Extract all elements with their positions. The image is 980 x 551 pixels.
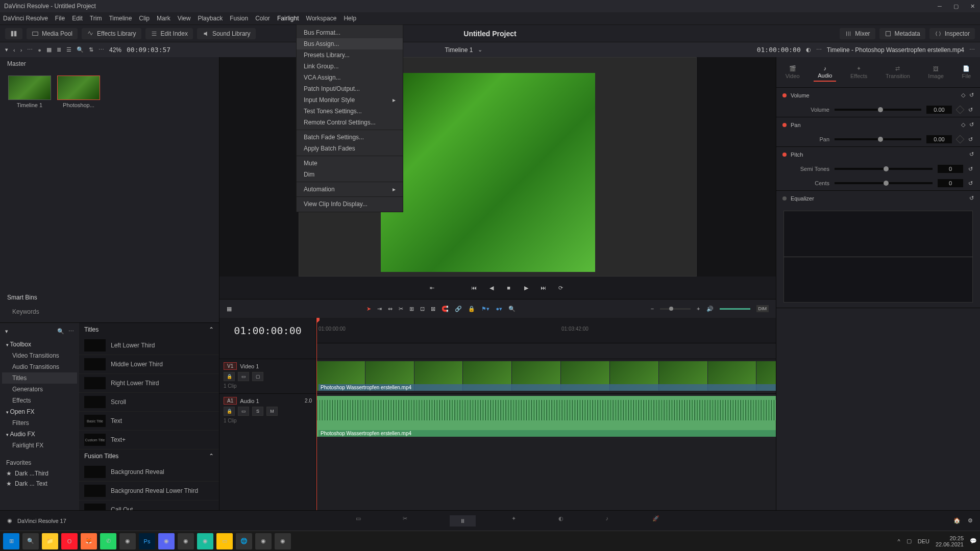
eq-enable-dot[interactable] (782, 196, 787, 201)
menu-timeline[interactable]: Timeline (109, 15, 132, 22)
fx-cat-titles[interactable]: Titles (2, 372, 77, 384)
view-grid-icon[interactable]: ▦ (46, 46, 52, 53)
media-pool-button[interactable]: Media Pool (27, 28, 78, 39)
disable-track-icon[interactable]: ▢ (252, 372, 263, 381)
inspector-tab-image[interactable]: 🖼Image (924, 64, 948, 81)
keyframe-icon[interactable]: ◇ (961, 92, 965, 98)
nav-back-icon[interactable]: ‹ (13, 47, 15, 53)
fairlight-page-icon[interactable]: ♪ (605, 515, 617, 527)
menu-dots-icon[interactable]: ⋯ (27, 46, 33, 53)
gear-icon[interactable]: ⚙ (968, 517, 973, 524)
notifications-icon[interactable]: 💬 (970, 538, 977, 544)
photoshop-icon[interactable]: Ps (139, 533, 155, 549)
resolve-task-icon[interactable]: ◉ (275, 533, 291, 549)
keyframe-icon[interactable]: ◇ (961, 121, 965, 128)
title-preset[interactable]: Call Out (79, 500, 219, 510)
metadata-button[interactable]: Metadata (879, 28, 925, 39)
title-preset[interactable]: Basic TitleText (79, 412, 219, 431)
notes-icon[interactable]: ▭ (216, 533, 233, 549)
pointer-icon[interactable]: ➤ (366, 306, 371, 312)
reset-icon[interactable]: ↺ (968, 136, 973, 143)
keyframe-icon[interactable] (956, 135, 965, 144)
mute-audio-icon[interactable]: 🔊 (706, 306, 714, 312)
deliver-page-icon[interactable]: 🚀 (652, 515, 664, 527)
pan-slider[interactable] (835, 138, 921, 140)
fx-cat-audiotransitions[interactable]: Audio Transitions (2, 361, 77, 372)
snap-icon[interactable]: 🧲 (442, 306, 449, 312)
semitones-slider[interactable] (835, 168, 933, 170)
menu-trim[interactable]: Trim (90, 15, 102, 22)
favorite-item[interactable]: ★Dark ... Text (2, 479, 77, 489)
audio-auto-icon[interactable]: ▭ (238, 407, 249, 416)
inspector-tab-effects[interactable]: ✦Effects (846, 63, 871, 81)
timeline-ruler[interactable]: 01:00:00:00 01:03:42:00 01:07:24:00 (316, 318, 776, 343)
dim-badge[interactable]: DIM (756, 305, 769, 312)
search-taskbar-icon[interactable]: 🔍 (22, 533, 39, 549)
volume-value[interactable]: 0.00 (926, 106, 952, 114)
firefox-icon[interactable]: 🦊 (81, 533, 97, 549)
insert-icon[interactable]: ⊞ (409, 306, 414, 312)
view-list-icon[interactable]: ☰ (66, 46, 71, 53)
menu-item-busassign[interactable]: Bus Assign... (297, 38, 403, 49)
fx-cat-videotransitions[interactable]: Video Transitions (2, 350, 77, 361)
menu-view[interactable]: View (178, 15, 191, 22)
menu-davinciresolve[interactable]: DaVinci Resolve (3, 15, 48, 22)
bin-dropdown-icon[interactable]: ▾ (5, 46, 8, 53)
color-page-icon[interactable]: ◐ (558, 515, 570, 527)
auto-select-icon[interactable]: ▭ (238, 372, 249, 381)
trim-icon[interactable]: ⇥ (377, 306, 382, 312)
title-preset[interactable]: Background Reveal Lower Third (79, 482, 219, 500)
video-track[interactable]: Photoshop Wassertropfen erstellen.mp4 (316, 359, 776, 393)
fx-more-icon[interactable]: ⋯ (68, 328, 74, 335)
title-preset[interactable]: Right Lower Third (79, 374, 219, 393)
edit-page-icon[interactable]: ⫼ (450, 515, 476, 527)
zoom-percent[interactable]: 42% (109, 46, 121, 54)
menu-fusion[interactable]: Fusion (230, 15, 248, 22)
match-frame-icon[interactable]: ⇤ (430, 285, 434, 291)
first-frame-icon[interactable]: ⏮ (469, 283, 479, 293)
timeline-dropdown-icon[interactable]: ⌄ (478, 46, 482, 53)
record-icon[interactable]: ● (38, 47, 41, 53)
timeline-name[interactable]: Timeline 1 (445, 46, 473, 54)
explorer-icon[interactable]: 📁 (42, 533, 58, 549)
chrome-icon[interactable]: ◉ (119, 533, 136, 549)
inspector-tab-file[interactable]: 📄File (958, 63, 975, 81)
pitch-enable-dot[interactable] (782, 153, 787, 157)
title-preset[interactable]: Custom TitleText+ (79, 431, 219, 449)
reset-icon[interactable]: ↺ (969, 151, 974, 158)
nav-fwd-icon[interactable]: › (20, 47, 22, 53)
lock-track-icon[interactable]: 🔒 (224, 372, 235, 381)
semitones-value[interactable]: 0 (938, 165, 963, 173)
cut-page-icon[interactable]: ✂ (403, 515, 414, 527)
video-track-header[interactable]: V1 Video 1 🔒 ▭ ▢ 1 Clip (219, 359, 316, 393)
zoom-out-icon[interactable]: − (651, 306, 654, 312)
fusion-page-icon[interactable]: ✦ (511, 515, 523, 527)
sound-library-button[interactable]: Sound Library (197, 28, 256, 39)
minimize-icon[interactable]: ─ (936, 3, 943, 10)
clip-thumb[interactable]: Timeline 1 (8, 76, 51, 108)
playhead[interactable] (316, 318, 317, 510)
zoom-in-icon[interactable]: + (697, 306, 700, 312)
play-icon[interactable]: ▶ (521, 283, 531, 293)
menu-mark[interactable]: Mark (157, 15, 170, 22)
menu-item-busformat[interactable]: Bus Format... (297, 27, 403, 38)
reset-icon[interactable]: ↺ (969, 121, 974, 128)
pan-value[interactable]: 0.00 (926, 135, 952, 143)
favorite-item[interactable]: ★Dark ...Third (2, 468, 77, 479)
reset-icon[interactable]: ↺ (969, 92, 974, 98)
overwrite-icon[interactable]: ⊡ (420, 306, 425, 312)
language-icon[interactable]: DEU (918, 538, 929, 544)
close-icon[interactable]: ✕ (969, 3, 976, 10)
discord-icon[interactable]: ◉ (158, 533, 175, 549)
steam-icon[interactable]: ◉ (178, 533, 194, 549)
menu-item-mute[interactable]: Mute (297, 158, 403, 169)
media-page-icon[interactable]: ▭ (356, 515, 367, 527)
video-track-badge[interactable]: V1 (224, 362, 237, 370)
inspector-button[interactable]: Inspector (929, 28, 975, 39)
dynamic-trim-icon[interactable]: ⇔ (388, 306, 393, 312)
fx-cat-generators[interactable]: Generators (2, 384, 77, 395)
globe-icon[interactable]: 🌐 (236, 533, 252, 549)
menu-playback[interactable]: Playback (198, 15, 223, 22)
clock-date[interactable]: 22.06.2021 (936, 541, 964, 547)
fx-group-toolbox[interactable]: Toolbox (2, 339, 77, 350)
